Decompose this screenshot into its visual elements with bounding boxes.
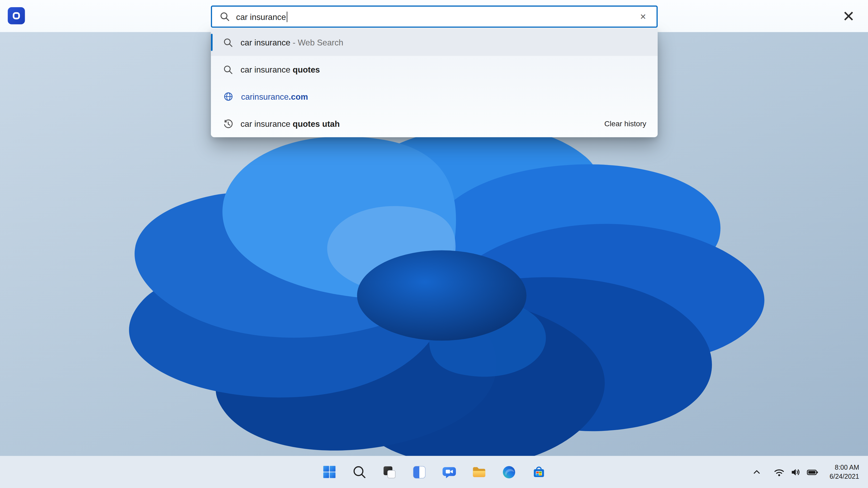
- suggestion-completion: quotes utah: [293, 119, 340, 128]
- task-view-icon: [382, 465, 397, 480]
- suggestion-completion: quotes: [293, 65, 320, 74]
- suggestion-text: car insurance: [240, 38, 290, 47]
- wifi-icon: [773, 466, 785, 479]
- system-tray: 8:00 AM 6/24/2021: [748, 456, 860, 488]
- file-explorer-icon: [471, 465, 486, 480]
- suggestion-row-history[interactable]: car insurance quotes utah Clear history: [211, 110, 657, 137]
- store-icon: [531, 465, 546, 480]
- stage: ✕ car insurance ✕ car insurance - Web Se…: [0, 0, 868, 488]
- text-caret: [286, 11, 287, 22]
- clear-history-button[interactable]: Clear history: [604, 120, 647, 128]
- widgets-button[interactable]: [407, 460, 431, 484]
- speaker-icon: [789, 466, 802, 479]
- suggestion-row-web-search[interactable]: car insurance - Web Search: [211, 29, 657, 56]
- search-icon: [223, 65, 233, 74]
- edge-icon: [501, 465, 516, 480]
- tray-time: 8:00 AM: [830, 463, 859, 472]
- clock-flyout-button[interactable]: 8:00 AM 6/24/2021: [826, 461, 860, 483]
- search-suggestions-dropdown: car insurance - Web Search car insurance…: [211, 29, 657, 137]
- store-button[interactable]: [527, 460, 551, 484]
- clear-search-button[interactable]: ✕: [638, 11, 649, 23]
- app-logo-ring: [13, 12, 20, 20]
- globe-icon: [223, 91, 234, 102]
- search-icon: [352, 465, 367, 480]
- start-button[interactable]: [317, 460, 342, 484]
- widgets-icon: [412, 465, 427, 480]
- suggestion-url-tld: .com: [288, 92, 308, 101]
- taskbar-center-icons: [317, 456, 551, 488]
- app-logo-icon: [8, 7, 25, 25]
- screen: ✕ car insurance ✕ car insurance - Web Se…: [0, 0, 868, 488]
- suggestion-text: car insurance: [240, 119, 292, 128]
- battery-icon: [806, 466, 818, 479]
- file-explorer-button[interactable]: [467, 460, 491, 484]
- hidden-icons-button[interactable]: [748, 461, 765, 483]
- suggestion-row-quotes[interactable]: car insurance quotes: [211, 56, 657, 83]
- chevron-up-icon: [750, 466, 763, 478]
- search-text: car insurance: [236, 12, 286, 21]
- task-view-button[interactable]: [377, 460, 402, 484]
- tray-date: 6/24/2021: [830, 472, 859, 481]
- close-icon: ✕: [842, 9, 855, 24]
- windows-logo-icon: [322, 465, 337, 479]
- chat-button[interactable]: [437, 460, 461, 484]
- taskbar: 8:00 AM 6/24/2021: [0, 456, 868, 488]
- edge-button[interactable]: [496, 460, 521, 484]
- search-box: car insurance ✕: [211, 6, 657, 28]
- suggestion-text: car insurance: [240, 65, 292, 74]
- taskbar-search-button[interactable]: [347, 460, 372, 484]
- search-icon: [219, 12, 229, 22]
- quick-settings-button[interactable]: [768, 462, 823, 482]
- suggestion-suffix: - Web Search: [290, 38, 343, 47]
- search-input[interactable]: car insurance: [236, 11, 631, 22]
- suggestion-row-carinsurance-com[interactable]: carinsurance.com: [211, 83, 657, 110]
- search-icon: [223, 37, 233, 47]
- close-button[interactable]: ✕: [837, 5, 860, 28]
- history-icon: [223, 119, 233, 129]
- suggestion-url: carinsurance: [241, 92, 289, 101]
- chat-icon: [441, 465, 456, 480]
